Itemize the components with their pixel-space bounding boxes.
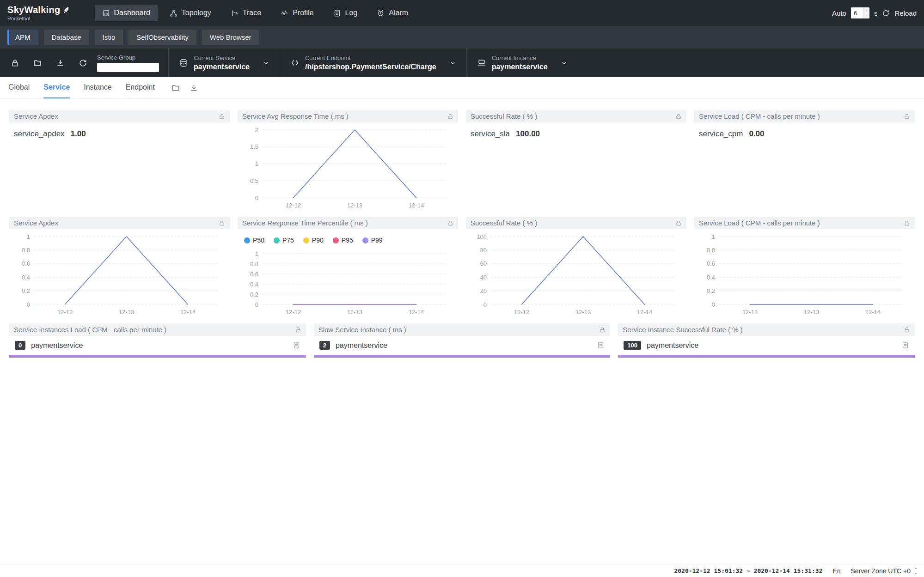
instance-bar	[9, 355, 306, 358]
lock-icon[interactable]	[599, 327, 606, 333]
card-header: Service Instance Successful Rate ( % )	[618, 323, 915, 336]
svg-text:0.2: 0.2	[250, 291, 258, 298]
svg-text:60: 60	[480, 260, 487, 267]
lock-icon[interactable]	[447, 220, 453, 226]
service-icon	[179, 58, 188, 67]
current-service-selector[interactable]: Current Service paymentservice	[168, 49, 280, 77]
nav-item-log[interactable]: Log	[326, 5, 365, 21]
legend-dot	[274, 237, 280, 243]
group-tab-web-browser[interactable]: Web Browser	[202, 30, 259, 45]
footer: 2020-12-12 15:01:32 ~ 2020-12-14 15:31:3…	[0, 564, 924, 577]
current-endpoint-selector[interactable]: Current Endpoint /hipstershop.PaymentSer…	[280, 49, 466, 77]
report-icon[interactable]	[901, 341, 909, 349]
lock-icon[interactable]	[447, 113, 453, 120]
card-avg-response-time: Service Avg Response Time ( ms ) 00.511.…	[238, 110, 458, 213]
current-instance-selector[interactable]: Current Instance paymentservice	[466, 49, 578, 77]
nav-item-alarm[interactable]: Alarm	[369, 5, 416, 21]
lock-icon[interactable]	[675, 220, 682, 226]
reload-icon[interactable]	[882, 9, 890, 17]
language-toggle[interactable]: En	[832, 567, 840, 575]
svg-text:12-14: 12-14	[409, 309, 424, 316]
svg-text:0: 0	[483, 301, 487, 308]
nav-item-topology[interactable]: Topology	[162, 5, 219, 21]
svg-text:1: 1	[27, 233, 30, 240]
instance-name: paymentservice	[336, 341, 387, 350]
svg-text:40: 40	[480, 274, 487, 281]
svg-text:12-14: 12-14	[180, 309, 196, 316]
brand[interactable]: SkyWalking Rocketbot	[7, 5, 70, 21]
metric-value: 0.00	[749, 129, 764, 139]
group-tab-apm[interactable]: APM	[7, 30, 38, 45]
tab-global[interactable]: Global	[8, 77, 30, 98]
report-icon[interactable]	[597, 341, 605, 349]
svg-text:0.8: 0.8	[250, 261, 258, 267]
nav-item-label: Dashboard	[114, 9, 150, 17]
auto-interval-input[interactable]	[851, 7, 863, 18]
svg-text:12-14: 12-14	[409, 202, 424, 209]
dashboard-icon	[102, 9, 110, 17]
server-zone-stepper[interactable]	[913, 567, 918, 575]
selector-value: paymentservice	[194, 63, 250, 71]
nav-item-label: Trace	[243, 9, 261, 17]
folder-icon[interactable]	[26, 59, 49, 67]
svg-text:0: 0	[255, 301, 258, 308]
svg-text:0.6: 0.6	[707, 260, 715, 267]
lock-icon[interactable]	[904, 113, 910, 120]
group-tab-selfobservability[interactable]: SelfObservability	[129, 30, 196, 45]
nav-item-profile[interactable]: Profile	[273, 5, 321, 21]
selector-text: Current Service paymentservice	[194, 55, 250, 71]
legend-item-p50[interactable]: P50	[244, 237, 264, 244]
instance-row[interactable]: 2 paymentservice	[314, 336, 611, 350]
legend-item-p90[interactable]: P90	[303, 237, 324, 244]
chart-body: 00.511.5212-1212-1312-14	[238, 122, 458, 212]
svg-text:1: 1	[712, 233, 715, 240]
chart-body: 00.20.40.60.8112-1212-1312-14	[694, 229, 915, 318]
svg-text:12-14: 12-14	[865, 309, 881, 316]
auto-unit-label: s	[874, 9, 878, 17]
legend-item-p95[interactable]: P95	[333, 237, 353, 244]
nav-item-dashboard[interactable]: Dashboard	[95, 5, 158, 21]
download-icon[interactable]	[190, 84, 198, 92]
lock-icon[interactable]	[904, 220, 910, 226]
nav-item-trace[interactable]: Trace	[223, 5, 269, 21]
endpoint-icon	[290, 58, 300, 67]
selector-value: paymentservice	[492, 63, 548, 71]
lock-icon[interactable]	[904, 327, 910, 333]
report-icon[interactable]	[293, 341, 300, 349]
tab-instance[interactable]: Instance	[84, 77, 111, 98]
legend-item-p75[interactable]: P75	[274, 237, 294, 244]
toolbar-tools	[4, 49, 94, 77]
alarm-icon	[377, 9, 385, 17]
server-zone-label: Server Zone UTC +0	[851, 567, 911, 575]
lock-icon[interactable]	[4, 59, 26, 67]
folder-icon[interactable]	[171, 84, 180, 92]
reload-label[interactable]: Reload	[894, 9, 917, 17]
svg-text:0: 0	[255, 194, 258, 201]
card-header: Successful Rate ( % )	[466, 217, 686, 229]
download-icon[interactable]	[49, 59, 72, 67]
group-tab-istio[interactable]: Istio	[95, 30, 123, 45]
legend-item-p99[interactable]: P99	[362, 237, 383, 244]
instance-row[interactable]: 0 paymentservice	[9, 336, 306, 350]
lock-icon[interactable]	[675, 113, 682, 120]
time-range-picker[interactable]: 2020-12-12 15:01:32 ~ 2020-12-14 15:31:3…	[674, 567, 822, 574]
group-tab-database[interactable]: Database	[44, 30, 89, 45]
lock-icon[interactable]	[219, 113, 225, 120]
log-icon	[333, 9, 341, 17]
selector-text: Current Endpoint /hipstershop.PaymentSer…	[305, 55, 436, 71]
tab-endpoint[interactable]: Endpoint	[126, 77, 155, 98]
lock-icon[interactable]	[295, 327, 301, 333]
lock-icon[interactable]	[219, 220, 225, 226]
refresh-icon[interactable]	[72, 59, 94, 67]
list-body: 2 paymentservice	[314, 336, 611, 360]
legend-label: P90	[312, 237, 324, 244]
auto-interval-stepper[interactable]	[863, 7, 869, 18]
tab-service[interactable]: Service	[43, 77, 70, 98]
view-tabs: Global Service Instance Endpoint	[0, 77, 924, 99]
server-zone: Server Zone UTC +0	[851, 567, 918, 575]
instance-bar	[618, 355, 915, 358]
brand-subtitle: Rocketbot	[7, 16, 70, 21]
service-group-input[interactable]	[97, 63, 159, 72]
instance-row[interactable]: 100 paymentservice	[618, 336, 915, 350]
svg-text:12-13: 12-13	[575, 309, 591, 316]
